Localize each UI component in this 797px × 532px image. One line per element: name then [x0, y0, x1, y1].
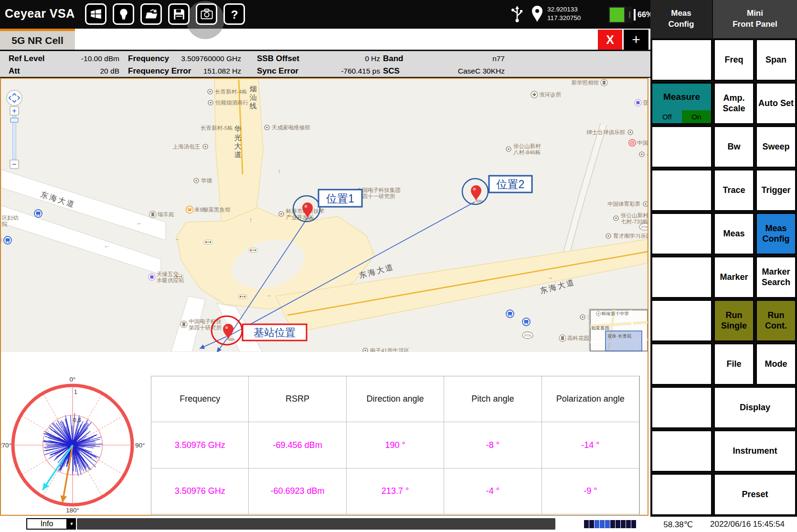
sidebar-button-marker[interactable]: Marker — [714, 256, 754, 298]
svg-text:蚌埠第十中学: 蚌埠第十中学 — [602, 311, 629, 316]
battery-indicator: 66% — [609, 7, 653, 23]
svg-text:←: ← — [136, 219, 143, 226]
map-roads — [1, 79, 648, 352]
sidebar-button-amp-scale[interactable]: Amp. Scale — [714, 83, 754, 124]
map-poi: 华德 — [194, 178, 213, 183]
svg-text:新华照相馆: 新华照相馆 — [572, 80, 599, 86]
sidebar-button-auto-set[interactable]: Auto Set — [756, 83, 796, 124]
svg-text:←: ← — [174, 234, 181, 242]
setting-value: CaseC 30KHz — [458, 67, 505, 75]
sidebar-button-bw[interactable]: Bw — [714, 126, 754, 168]
table-value-cell: 190 ° — [347, 422, 444, 468]
sidebar-button-mode[interactable]: Mode — [756, 343, 796, 385]
map-poi — [506, 310, 514, 318]
help-icon[interactable]: ? — [223, 3, 245, 25]
zoom-in-label[interactable]: + — [12, 106, 17, 115]
windows-icon[interactable] — [85, 3, 106, 25]
svg-text:中国电子科技集团: 中国电子科技集团 — [357, 187, 401, 193]
progress-segment — [589, 520, 594, 528]
map-poi: 恒顺烟酒商行 — [208, 100, 249, 106]
table-header-frequency: Frequency — [151, 376, 249, 422]
progress-segments — [584, 520, 636, 528]
chevron-down-icon[interactable]: ▼ — [67, 518, 76, 530]
map-poi: 绅士台球俱乐部 — [586, 129, 633, 135]
sidebar-button-preset[interactable]: Preset — [714, 474, 796, 515]
measure-on-toggle[interactable]: On — [682, 110, 712, 123]
map-canvas[interactable]: ←←↑↑←→→← 烟汕线华光大道东海大道东海大道东海大道 长青新村-4栋恒顺烟酒… — [1, 79, 648, 352]
save-icon-glyph — [171, 6, 187, 22]
map-poi — [34, 210, 42, 217]
app-title: Ceyear VSA — [5, 7, 75, 21]
svg-text:长青新村-5栋: 长青新村-5栋 — [201, 125, 233, 131]
sidebar-empty-cell — [651, 474, 712, 515]
open-icon-glyph — [143, 6, 159, 22]
sidebar-button-marker-search[interactable]: Marker Search — [756, 256, 796, 298]
svg-text:张公山新村: 张公山新村 — [513, 143, 541, 149]
sidebar-button-freq[interactable]: Freq — [714, 39, 754, 81]
location-icon — [531, 5, 543, 22]
sidebar-button-run-single[interactable]: Run Single — [714, 300, 754, 341]
sidebar-button-display[interactable]: Display — [714, 387, 796, 428]
map-controls: + − — [7, 90, 22, 169]
save-icon[interactable] — [168, 3, 190, 25]
info-dropdown[interactable]: Info — [26, 518, 67, 530]
sidebar-button-run-cont-[interactable]: Run Cont. — [756, 300, 796, 341]
zoom-out-label[interactable]: − — [12, 160, 17, 168]
setting-att: Att20 dB — [9, 66, 119, 76]
setting-label: SSB Offset — [257, 54, 299, 64]
table-value-cell: -14 ° — [542, 422, 639, 468]
svg-text:→: → — [547, 273, 553, 281]
table-value-cell: -9 ° — [542, 468, 639, 514]
map-poi: RTM — [639, 223, 648, 230]
sidebar-button-span[interactable]: Span — [756, 39, 796, 81]
svg-text:0°: 0° — [70, 376, 76, 383]
sidebar-button-file[interactable]: File — [714, 343, 754, 385]
svg-text:天缘五交: 天缘五交 — [157, 271, 179, 277]
sidebar-button-trigger[interactable]: Trigger — [756, 170, 796, 211]
bulb-icon[interactable] — [113, 3, 134, 25]
sidebar-empty-cell — [651, 300, 712, 341]
measure-button[interactable]: MeasureOffOn — [651, 83, 712, 124]
gps-lat: 32.920133 — [547, 5, 581, 14]
map-poi: 高科花园 — [559, 335, 589, 341]
svg-text:180°: 180° — [66, 507, 79, 514]
open-icon[interactable] — [140, 3, 162, 25]
table-value-cell: 3.50976 GHz — [151, 468, 249, 514]
svg-text:?: ? — [231, 8, 238, 21]
svg-text:←: ← — [104, 242, 110, 249]
setting-label: Ref Level — [9, 54, 45, 64]
map-poi: 张公山新村七村-733栋 — [614, 213, 648, 224]
svg-text:1: 1 — [74, 389, 77, 395]
map-poi: 小 — [639, 151, 648, 157]
table-value-cell: 3.50976 GHz — [151, 422, 249, 468]
map-poi: 长青新村-4栋 — [208, 89, 247, 95]
sidebar-button-meas[interactable]: Meas — [714, 213, 754, 255]
overview-inset-map[interactable]: 蚌埠第十中学如意嘉园双珠·长青苑 — [589, 309, 648, 351]
sidebar-button-instrument[interactable]: Instrument — [714, 430, 796, 472]
map-poi: 育才阁学习乐园 — [606, 233, 648, 239]
sidebar-empty-cell — [651, 39, 712, 81]
sidebar-button-sweep[interactable]: Sweep — [756, 126, 796, 168]
svg-text:华: 华 — [234, 125, 242, 133]
table-header-rsrp: RSRP — [249, 376, 346, 422]
svg-text:院: 院 — [2, 221, 8, 227]
tab-5g-nr-cell[interactable]: 5G NR Cell — [0, 29, 75, 50]
status-message-bar — [77, 518, 555, 530]
svg-text:上海汤包王: 上海汤包王 — [173, 144, 201, 149]
svg-text:线: 线 — [250, 102, 257, 110]
add-tab-button[interactable]: + — [624, 30, 648, 50]
close-tab-button[interactable]: X — [598, 30, 622, 50]
zoom-slider-handle[interactable] — [11, 118, 18, 122]
polar-plot: 0°90°180°270°10.5 — [1, 352, 147, 515]
setting-label: Sync Error — [257, 66, 298, 76]
sidebar-button-meas-config[interactable]: Meas Config — [756, 213, 796, 255]
status-bar: Info ▼ 58.38℃ 2022/06/16 15:45:54 — [0, 517, 797, 532]
screenshot-icon[interactable] — [196, 3, 217, 25]
measure-off-toggle[interactable]: Off — [652, 110, 682, 123]
gps-lon: 117.320750 — [547, 14, 581, 22]
sidebar-button-trace[interactable]: Trace — [714, 170, 754, 211]
progress-segment — [616, 520, 620, 528]
svg-text:水暖供应站: 水暖供应站 — [156, 277, 184, 283]
setting-frequency-error: Frequency Error151.082 Hz — [128, 66, 241, 76]
setting-value: 151.082 Hz — [203, 67, 241, 75]
